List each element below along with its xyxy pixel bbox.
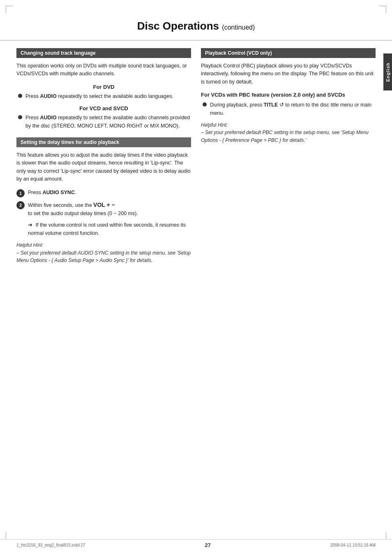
step-1: 1 Press AUDIO SYNC. (16, 189, 191, 197)
vcd-bullet-item: Press AUDIO repeatedly to select the ava… (16, 114, 191, 130)
step-2-text: Within five seconds, use the VOL + − to … (28, 201, 138, 218)
pbc-intro-text: Playback Control (PBC) playback allows y… (201, 63, 374, 85)
vcd-bullet-text: Press AUDIO repeatedly to select the ava… (25, 114, 191, 130)
section-changing-soundtrack: Changing sound track language (16, 48, 191, 58)
page-container: English Disc Operations (continued) Chan… (0, 0, 392, 554)
dvd-bullet-dot (18, 94, 22, 98)
section-pbc-title: Playback Control (VCD only) (205, 50, 272, 56)
step-2-number: 2 (16, 201, 25, 209)
section-changing-soundtrack-title: Changing sound track language (21, 50, 96, 56)
content-area: Changing sound track language This opera… (0, 48, 392, 264)
dvd-bullet-text: Press AUDIO repeatedly to select the ava… (25, 93, 173, 100)
dvd-title-text: For DVD (93, 84, 115, 90)
delay-times-intro-text: This feature allows you to adjust the au… (16, 152, 191, 182)
page-title-text: Disc Operations (137, 20, 219, 32)
helpful-hint-delay-text: – Set your preferred default AUDIO SYNC … (16, 250, 191, 264)
helpful-hint-pbc: Helpful Hint: – Set your preferred defau… (201, 121, 376, 144)
vcd-title-text: For VCD and SVCD (79, 105, 128, 111)
pbc-for-vcds-title-text: For VCDs with PBC feature (version 2.0 o… (201, 92, 345, 98)
vcd-subtitle: For VCD and SVCD (16, 105, 191, 111)
pbc-for-vcds-title: For VCDs with PBC feature (version 2.0 o… (201, 92, 376, 98)
pbc-bullet-item: During playback, press TITLE ↺ to return… (201, 101, 376, 117)
footer-page-number: 27 (205, 542, 210, 548)
helpful-hint-pbc-label: Helpful Hint: (201, 122, 228, 128)
page-title: Disc Operations (continued) (137, 20, 255, 32)
footer-date: 2008-04-11 10:51:16 AM (330, 543, 376, 547)
left-column: Changing sound track language This opera… (16, 48, 191, 264)
section-changing-soundtrack-intro: This operation works only on DVDs with m… (16, 62, 191, 78)
corner-bl (6, 532, 13, 540)
pbc-intro: Playback Control (PBC) playback allows y… (201, 62, 376, 86)
step-1-number: 1 (16, 189, 25, 197)
section-delay-times-title: Setting the delay times for audio playba… (21, 139, 119, 145)
corner-br (379, 532, 386, 540)
section-delay-times: Setting the delay times for audio playba… (16, 137, 191, 147)
corner-tl (6, 6, 13, 13)
helpful-hint-delay-label: Helpful Hint: (16, 242, 43, 248)
changing-soundtrack-intro-text: This operation works only on DVDs with m… (16, 63, 187, 76)
arrow-icon: ➜ (28, 222, 32, 228)
pbc-bullet-text: During playback, press TITLE ↺ to return… (210, 101, 376, 117)
corner-tr (379, 6, 386, 13)
section-pbc: Playback Control (VCD only) (201, 48, 376, 58)
dvd-subtitle: For DVD (16, 84, 191, 90)
page-continued-text: (continued) (222, 24, 255, 31)
dvd-bullet-item: Press AUDIO repeatedly to select the ava… (16, 93, 191, 100)
vcd-bullet-dot (18, 115, 22, 119)
step-2: 2 Within five seconds, use the VOL + − t… (16, 201, 191, 218)
arrow-note-text: If the volume control is not used within… (28, 222, 186, 236)
helpful-hint-pbc-text: – Set your preferred default PBC setting… (201, 130, 369, 143)
step-1-text: Press AUDIO SYNC. (28, 189, 76, 197)
arrow-note: ➜ If the volume control is not used with… (28, 221, 191, 237)
footer-filename: 1_hts3156_93_eng2_final815.indd 27 (16, 543, 85, 547)
english-tab: English (383, 53, 392, 90)
page-header: Disc Operations (continued) (0, 12, 392, 41)
pbc-bullet-dot (203, 102, 207, 107)
helpful-hint-delay: Helpful Hint: – Set your preferred defau… (16, 241, 191, 264)
delay-times-intro: This feature allows you to adjust the au… (16, 151, 191, 183)
right-column: Playback Control (VCD only) Playback Con… (201, 48, 376, 264)
english-tab-label: English (385, 63, 390, 82)
page-footer: 1_hts3156_93_eng2_final815.indd 27 27 20… (0, 539, 392, 548)
